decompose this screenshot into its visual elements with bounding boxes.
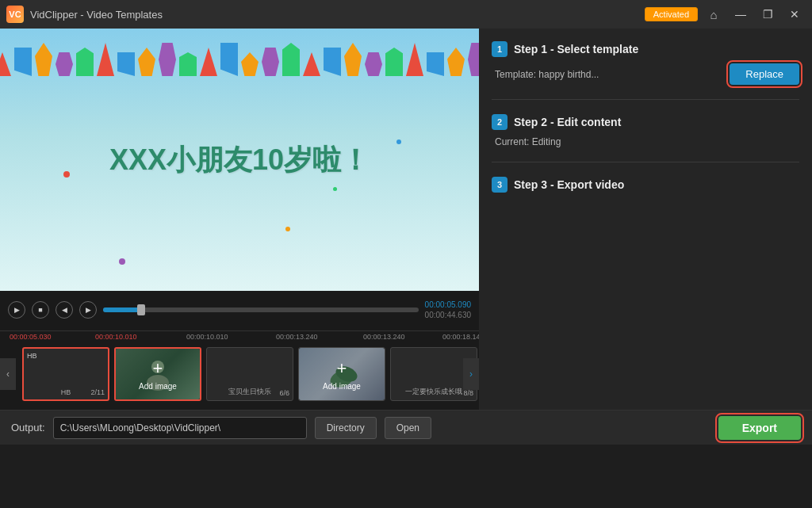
titlebar-right: Activated ⌂ — ❐ ✕	[645, 6, 806, 23]
export-button[interactable]: Export	[718, 416, 801, 440]
bottom-bar: Output: C:\Users\MLoong\Desktop\VidClipp…	[0, 410, 812, 445]
open-button[interactable]: Open	[385, 417, 431, 439]
video-controls: ▶ ■ ◀ ▶ 00:00:05.090 00:00:44.630	[0, 291, 479, 330]
ts-normal-3: 00:00:13.240	[276, 333, 318, 341]
confetti-dot	[119, 258, 125, 265]
step2-header: 2 Step 2 - Edit content	[492, 114, 799, 130]
cell-bottom-4: 一定要快乐成长哦	[394, 387, 473, 397]
confetti-dot	[285, 227, 290, 231]
prev-button[interactable]: ◀	[56, 301, 73, 319]
video-preview: XXX小朋友10岁啦！	[0, 29, 479, 291]
timeline-area: 00:00:05.030 00:00:10.010 00:00:10.010 0…	[0, 330, 479, 410]
flag-22	[447, 48, 465, 76]
flag-12	[241, 52, 259, 76]
divider-2	[492, 162, 799, 162]
stop-button[interactable]: ■	[32, 301, 49, 319]
cell-counter-4: 8/8	[463, 389, 473, 397]
flag-6	[117, 52, 135, 76]
step2-content: Current: Editing	[492, 136, 799, 147]
next-button[interactable]: ▶	[79, 301, 97, 319]
step3-section: 3 Step 3 - Export video	[492, 177, 799, 193]
flag-3	[56, 52, 73, 76]
timeline-cell-3[interactable]: + Add image	[298, 347, 385, 401]
step3-num: 3	[492, 177, 508, 193]
add-icon-3: +	[337, 358, 347, 379]
step2-section: 2 Step 2 - Edit content Current: Editing	[492, 114, 799, 147]
titlebar-title: VidClipper - Video Templates	[30, 9, 163, 21]
progress-thumb	[137, 304, 145, 315]
step1-header: 1 Step 1 - Select template	[492, 41, 799, 57]
step2-label: Step 2 - Edit content	[514, 116, 621, 128]
maximize-button[interactable]: ❐	[756, 6, 779, 23]
play-button[interactable]: ▶	[8, 301, 25, 319]
step3-header: 3 Step 3 - Export video	[492, 177, 799, 193]
timeline-cell-0[interactable]: HB HB 2/11	[22, 347, 109, 401]
cell-top-0: HB	[27, 352, 105, 360]
flag-11	[220, 43, 238, 76]
flag-19	[385, 48, 403, 76]
step1-num: 1	[492, 41, 508, 57]
progress-bar[interactable]	[103, 307, 419, 312]
flag-1	[14, 48, 32, 76]
app-icon: VC	[6, 6, 24, 23]
right-panel: 1 Step 1 - Select template Template: hap…	[479, 29, 812, 410]
minimize-button[interactable]: —	[730, 6, 752, 23]
banner-area	[0, 29, 479, 76]
confetti-dot	[63, 171, 70, 178]
progress-fill	[103, 307, 141, 312]
step1-label: Step 1 - Select template	[514, 43, 638, 55]
cell-counter-0: 2/11	[90, 388, 105, 396]
flag-23	[468, 43, 479, 76]
timeline-nav-left[interactable]: ‹	[0, 358, 16, 390]
total-time: 00:00:44.630	[425, 310, 471, 320]
directory-button[interactable]: Directory	[315, 417, 377, 439]
template-info: Template: happy birthd...	[495, 69, 599, 80]
ts-marker-1: 00:00:10.010	[95, 333, 137, 341]
flag-0	[0, 52, 11, 76]
flag-10	[200, 48, 217, 76]
flag-17	[344, 43, 362, 76]
cell-overlay-1: + Add image	[116, 349, 200, 399]
close-button[interactable]: ✕	[783, 6, 806, 23]
confetti-dot	[333, 187, 337, 191]
flag-5	[97, 43, 114, 76]
titlebar: VC VidClipper - Video Templates Activate…	[0, 0, 812, 29]
output-path-field[interactable]: C:\Users\MLoong\Desktop\VidClipper\	[53, 417, 307, 439]
flag-2	[35, 43, 52, 76]
flag-18	[365, 52, 382, 76]
divider-1	[492, 99, 799, 100]
confetti-dot	[396, 139, 401, 144]
timeline-nav-right[interactable]: ›	[463, 358, 479, 390]
cell-overlay-3: + Add image	[299, 348, 385, 400]
cell-bottom-2: 宝贝生日快乐	[210, 387, 289, 397]
flag-7	[138, 48, 155, 76]
flag-13	[262, 48, 279, 76]
flag-8	[159, 43, 176, 76]
flag-20	[406, 43, 423, 76]
time-display: 00:00:05.090 00:00:44.630	[425, 300, 471, 320]
cell-center-0	[27, 360, 105, 388]
output-label: Output:	[11, 422, 45, 434]
home-button[interactable]: ⌂	[703, 6, 725, 23]
ts-normal-5: 00:00:18.140	[442, 333, 479, 341]
cell-center-2	[210, 351, 289, 387]
flag-14	[282, 43, 300, 76]
flag-16	[324, 48, 341, 76]
step2-num: 2	[492, 114, 508, 130]
current-time: 00:00:05.090	[425, 300, 471, 310]
ts-normal-4: 00:00:13.240	[363, 333, 405, 341]
flag-15	[303, 52, 320, 76]
add-label-1: Add image	[139, 382, 177, 391]
add-label-3: Add image	[323, 382, 361, 391]
step3-label: Step 3 - Export video	[514, 178, 624, 191]
replace-button[interactable]: Replace	[730, 63, 799, 85]
flag-21	[427, 52, 444, 76]
cell-counter-2: 6/6	[279, 389, 289, 397]
ts-normal-2: 00:00:10.010	[186, 333, 228, 341]
timeline-cell-1[interactable]: + Add image	[114, 347, 201, 401]
titlebar-left: VC VidClipper - Video Templates	[6, 6, 163, 23]
current-info: Current: Editing	[495, 136, 561, 147]
step1-content: Template: happy birthd... Replace	[492, 63, 799, 85]
timeline-cell-2[interactable]: 宝贝生日快乐 6/6	[206, 347, 293, 401]
flag-4	[76, 48, 94, 76]
